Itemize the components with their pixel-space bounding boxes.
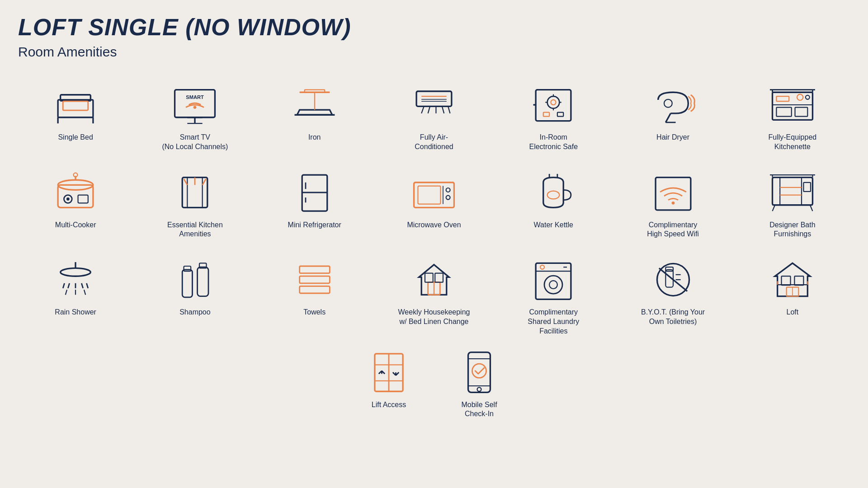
svg-point-50 [66,197,70,201]
amenity-kitchen-amenities: Essential KitchenAmenities [137,165,252,244]
svg-rect-72 [656,177,691,210]
towels-label: Towels [303,308,326,317]
svg-rect-100 [299,266,330,273]
loft-icon [765,257,820,302]
mini-refrigerator-label: Mini Refrigerator [288,221,341,230]
amenity-smart-tv: SMART Smart TV(No Local Channels) [137,78,252,156]
housekeeping-label: Weekly Housekeepingw/ Bed Linen Change [398,308,470,327]
svg-line-95 [84,290,85,295]
amenity-towels: Towels [257,253,372,340]
svg-point-111 [549,281,557,289]
svg-line-91 [81,283,83,288]
kitchenette-label: Fully-EquippedKitchenette [768,133,816,152]
svg-point-42 [797,94,803,100]
svg-rect-41 [795,108,807,117]
air-conditioned-icon [407,82,461,127]
svg-point-66 [446,188,450,192]
svg-rect-96 [183,270,193,297]
page-title: LOFT SINGLE (NO WINDOW) [18,14,850,41]
mobile-checkin-label: Mobile SelfCheck-In [461,400,497,419]
svg-text:SMART: SMART [186,94,204,100]
svg-rect-39 [776,96,789,101]
amenity-byot: B.Y.O.T. (Bring YourOwn Toiletries) [615,253,730,340]
amenity-shampoo: Shampoo [137,253,252,340]
svg-rect-116 [665,267,673,271]
amenities-grid: Single Bed SMART Smart TV(No Local Chann… [18,78,850,341]
hair-dryer-label: Hair Dryer [656,133,689,142]
rain-shower-label: Rain Shower [55,308,96,317]
amenity-designer-bath: Designer BathFurnishings [735,165,850,244]
lift-access-label: Lift Access [372,400,406,410]
housekeeping-icon [407,257,461,302]
svg-point-139 [477,387,481,391]
amenity-wifi: ComplimentaryHigh Speed Wifi [615,165,730,244]
amenity-lift-access: Lift Access [362,350,416,419]
bottom-amenities-row: Lift Access Mobile SelfCheck-In [18,350,850,419]
laundry-label: ComplimentaryShared LaundryFacilities [528,308,579,336]
microwave-oven-label: Microwave Oven [407,221,461,230]
hair-dryer-icon [646,82,700,127]
shampoo-label: Shampoo [179,308,211,317]
kitchen-amenities-icon [168,170,222,215]
amenity-water-kettle: Water Kettle [496,165,611,244]
svg-line-84 [772,205,775,211]
svg-rect-31 [543,113,549,117]
amenity-kitchenette: Fully-EquippedKitchenette [735,78,850,156]
kitchenette-icon [765,82,820,127]
svg-rect-106 [435,273,443,282]
svg-point-25 [547,96,560,108]
svg-line-59 [203,179,206,185]
svg-rect-102 [299,286,330,294]
svg-point-67 [446,195,450,199]
amenity-loft: Loft [735,253,850,340]
mini-refrigerator-icon [288,170,342,215]
smart-tv-icon: SMART [168,82,222,127]
svg-point-110 [544,276,562,294]
svg-rect-4 [63,101,88,110]
microwave-oven-icon [407,170,461,215]
single-bed-label: Single Bed [58,133,93,142]
multi-cooker-icon [48,170,103,215]
amenity-mini-refrigerator: Mini Refrigerator [257,165,372,244]
svg-point-7 [193,106,197,109]
svg-point-36 [664,99,672,108]
byot-label: B.Y.O.T. (Bring YourOwn Toiletries) [641,308,705,327]
svg-line-93 [66,290,67,295]
air-conditioned-label: Fully Air-Conditioned [415,133,453,152]
svg-rect-97 [184,266,191,271]
kitchen-amenities-label: Essential KitchenAmenities [167,221,223,239]
amenity-electronic-safe: In-RoomElectronic Safe [496,78,611,156]
amenity-air-conditioned: Fully Air-Conditioned [377,78,491,156]
svg-line-34 [665,113,670,122]
svg-rect-40 [776,108,791,117]
svg-line-22 [442,106,444,113]
svg-point-86 [61,268,91,277]
iron-label: Iron [308,133,321,142]
towels-icon [288,257,342,302]
svg-line-89 [68,283,69,288]
designer-bath-icon [765,170,820,215]
wifi-icon [646,170,700,215]
byot-icon [646,257,700,302]
svg-line-88 [63,283,64,288]
electronic-safe-label: In-RoomElectronic Safe [529,133,578,152]
amenity-hair-dryer: Hair Dryer [615,78,730,156]
svg-rect-12 [304,90,324,93]
svg-point-26 [551,100,556,105]
amenity-rain-shower: Rain Shower [18,253,133,340]
svg-line-85 [810,205,813,211]
svg-point-109 [540,265,544,269]
amenity-iron: Iron [257,78,372,156]
svg-rect-122 [781,276,790,285]
svg-line-92 [87,283,88,288]
svg-line-57 [184,179,188,185]
amenity-mobile-checkin: Mobile SelfCheck-In [452,350,506,419]
electronic-safe-icon [526,82,580,127]
svg-line-19 [421,106,424,113]
amenity-microwave-oven: Microwave Oven [377,165,491,244]
wifi-label: ComplimentaryHigh Speed Wifi [647,221,699,239]
svg-rect-123 [794,276,803,285]
amenity-laundry: ComplimentaryShared LaundryFacilities [496,253,611,340]
multi-cooker-label: Multi-Cooker [55,221,96,230]
iron-icon [288,82,342,127]
